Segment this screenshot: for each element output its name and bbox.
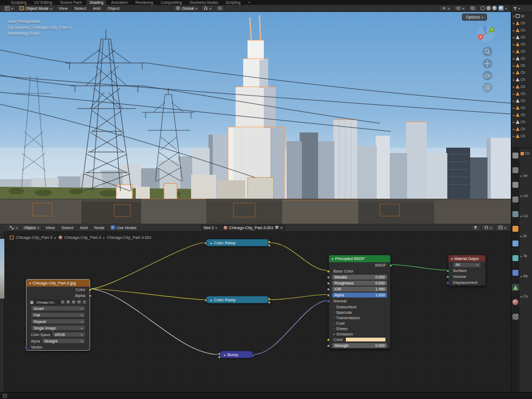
editor-overlays-dropdown[interactable]: ▾ [496, 225, 509, 231]
expand-icon[interactable]: ▸ [211, 241, 212, 245]
breadcrumb-material[interactable]: Chicago-City_Part-3 [65, 235, 102, 240]
shading-rendered-button[interactable] [498, 5, 504, 11]
strength-slider[interactable]: Strength 0.000 [332, 343, 387, 348]
tab-particles-icon[interactable] [512, 255, 518, 261]
tab-modifiers-icon[interactable] [512, 240, 518, 246]
outliner-row[interactable]: ▸Ch [511, 125, 532, 132]
outliner-row[interactable]: ▸Ch [511, 104, 532, 111]
panel-header[interactable]: ▸Ve [520, 174, 532, 178]
surface-input-socket[interactable] [446, 269, 449, 273]
menu-view[interactable]: View [43, 224, 58, 231]
menu-view[interactable]: View [56, 5, 71, 12]
transform-orientation-dropdown[interactable]: Global ▾ [173, 5, 200, 11]
panel-header[interactable]: ▸At [520, 234, 532, 238]
expand-icon[interactable]: ▸ [211, 298, 212, 302]
open-image-button[interactable]: 🗀 [77, 300, 81, 305]
outliner-row[interactable]: ▸Ch [511, 34, 532, 41]
editor-type-button[interactable]: ▾ [7, 225, 20, 231]
users-count-badge[interactable]: 2 [60, 300, 65, 305]
bump-node[interactable]: ▸ Bump [219, 351, 254, 358]
expand-icon[interactable]: ▸ [224, 353, 226, 357]
ior-input-socket[interactable] [327, 288, 330, 291]
bsdf-output-socket[interactable] [389, 264, 392, 267]
pin-button[interactable] [471, 225, 480, 231]
color-ramp-node-top[interactable]: ▸ Color Ramp [205, 239, 270, 246]
add-workspace-button[interactable]: + [245, 0, 254, 5]
shading-material-button[interactable] [492, 6, 497, 10]
snapping-dropdown[interactable]: ▾ [201, 5, 214, 11]
breadcrumb-object[interactable]: Chicago-City_Part-3 [16, 235, 53, 240]
ior-slider[interactable]: IOR 1.450 [332, 287, 387, 292]
pan-tool[interactable] [483, 59, 492, 68]
outliner-row[interactable]: ▸Ch [511, 83, 532, 90]
proportional-editing-button[interactable] [215, 5, 225, 11]
outliner-row[interactable]: ▸Ch [511, 97, 532, 104]
workspace-tab-uvediting[interactable]: UV Editing [31, 0, 55, 5]
tab-texture-icon[interactable] [512, 314, 518, 320]
menu-add[interactable]: Add [90, 5, 103, 12]
use-nodes-toggle[interactable]: ✓ Use Nodes [109, 225, 139, 230]
volume-input-socket[interactable] [446, 275, 449, 278]
specular-section[interactable]: ›Specular [329, 309, 390, 315]
image-browse-icon[interactable]: ▦ [29, 300, 34, 305]
interpolation-dropdown[interactable]: Smart▾ [31, 306, 85, 311]
editor-type-button[interactable]: ▾ [2, 5, 16, 11]
fac-input-socket[interactable] [204, 299, 207, 302]
workspace-tab-geometrynodes[interactable]: Geometry Nodes [186, 0, 221, 5]
collapse-icon[interactable]: ▾ [332, 257, 333, 261]
filter-icon[interactable] [513, 7, 517, 11]
fake-user-shield-icon[interactable] [275, 226, 278, 230]
viewport-canvas[interactable]: User Perspective (3) Ground | Chicago-Ci… [0, 12, 511, 224]
new-image-button[interactable]: ⧉ [71, 300, 76, 305]
shader-type-dropdown[interactable]: Object ▾ [21, 225, 42, 231]
outliner-row[interactable]: ▸Ch [511, 111, 532, 118]
alpha-output-socket[interactable] [268, 301, 271, 304]
displacement-input-socket[interactable] [446, 281, 449, 284]
vector-input-socket[interactable] [24, 346, 28, 349]
tab-material-icon[interactable] [512, 299, 518, 305]
outliner-row[interactable]: ▸Ch [511, 76, 532, 83]
zoom-tool[interactable] [483, 47, 492, 56]
panel-header[interactable]: ▸UV [520, 194, 532, 198]
base-color-input-socket[interactable] [327, 270, 330, 273]
unlink-image-button[interactable]: × [82, 300, 87, 305]
outliner-row[interactable]: ▸Ch [511, 90, 532, 97]
color-space-dropdown[interactable]: sRGB▾ [52, 332, 85, 337]
workspace-tab-scripting[interactable]: Scripting [223, 0, 244, 5]
tab-scene-icon[interactable] [512, 197, 518, 202]
material-datablock-field[interactable]: Chicago-City_Part-3.001 × [221, 225, 286, 231]
camera-view-button[interactable] [483, 71, 492, 80]
image-name-field[interactable]: Chicago-Cit.. [35, 300, 60, 305]
projection-dropdown[interactable]: Flat▾ [31, 312, 85, 318]
outliner-row[interactable]: ▸Ch [511, 69, 532, 76]
normal-input-socket[interactable] [327, 300, 330, 303]
normal-output-socket[interactable] [251, 354, 255, 357]
alpha-input-socket[interactable] [327, 294, 330, 297]
fac-input-socket[interactable] [204, 242, 207, 245]
panel-header[interactable]: ▸Re [520, 274, 532, 278]
outliner-row[interactable]: ▸Ch [511, 27, 532, 34]
alpha-output-socket[interactable] [268, 244, 271, 247]
tab-viewlayer-icon[interactable] [512, 182, 518, 188]
outliner-row[interactable]: ▸Ch [511, 20, 532, 27]
material-output-node[interactable]: ▾ Material Output All▾ Surface Volume Di… [448, 255, 486, 286]
target-dropdown[interactable]: All▾ [453, 262, 481, 268]
tab-physics-icon[interactable] [512, 270, 518, 276]
menu-node[interactable]: Node [91, 224, 107, 231]
outliner[interactable]: ▾ ▾Sc ▸Ch ▸Ch ▸Ch ▸Ch ▸Ch ▸Ch ▸Ch ▸Ch ▸C… [511, 5, 532, 148]
tab-data-active[interactable] [512, 284, 518, 290]
show-gizmo-dropdown[interactable]: ▾ [439, 5, 452, 11]
roughness-slider[interactable]: Roughness 0.500 [332, 281, 387, 286]
collapse-icon[interactable]: ▾ [29, 281, 31, 285]
panel-header[interactable]: ▸Cu [520, 294, 532, 298]
emission-color-swatch[interactable] [345, 337, 386, 342]
workspace-tab-compositing[interactable]: Compositing [157, 0, 185, 5]
emission-color-input-socket[interactable] [327, 338, 330, 341]
source-dropdown[interactable]: Single Image▾ [31, 325, 85, 331]
outliner-row[interactable]: ▸Ch [511, 48, 532, 55]
principled-bsdf-node[interactable]: ▾ Principled BSDF BSDF Base Color Metall… [328, 255, 391, 349]
metallic-input-socket[interactable] [327, 276, 330, 279]
perspective-toggle-button[interactable] [483, 83, 492, 92]
height-input-socket[interactable] [218, 356, 221, 359]
workspace-tab-rendering[interactable]: Rendering [132, 0, 156, 5]
